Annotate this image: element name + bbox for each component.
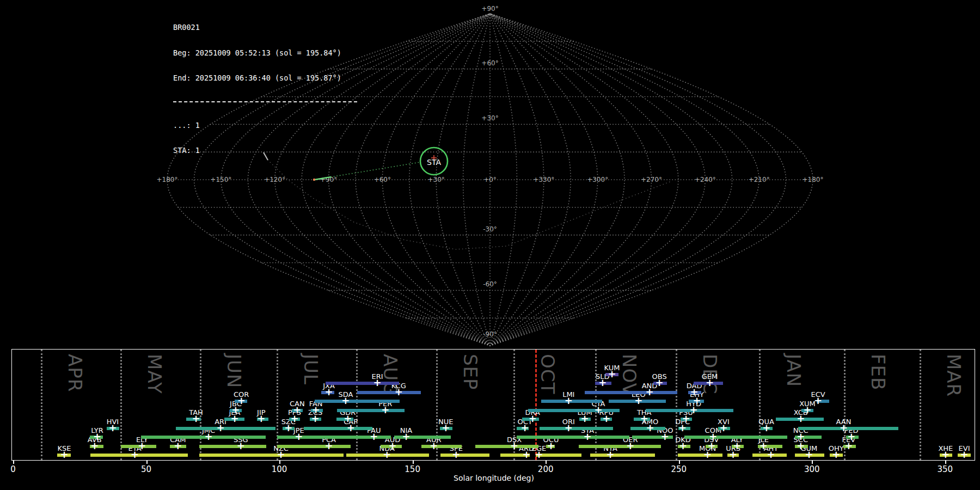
axis-tick-label: 350 xyxy=(938,464,953,474)
sky-map: +180°+150°+120°+90°+60°+30°+0°+330°+300°… xyxy=(0,0,980,348)
shower-peak-marker: + xyxy=(640,415,648,422)
shower-peak-marker: + xyxy=(529,415,537,422)
shower-peak-marker: + xyxy=(797,433,805,440)
month-label: JAN xyxy=(783,354,805,387)
shower-peak-marker: + xyxy=(840,424,848,432)
shower-peak-marker: + xyxy=(237,442,245,450)
latitude-label: -30° xyxy=(483,225,497,233)
shower-peak-marker: + xyxy=(583,433,591,440)
x-axis-title: Solar longitude (deg) xyxy=(454,474,534,482)
longitude-label: +30° xyxy=(428,176,445,183)
shower-bar xyxy=(678,454,722,457)
shower-peak-marker: + xyxy=(370,433,378,440)
shower-peak-marker: + xyxy=(762,424,770,432)
shower-peak-marker: + xyxy=(295,433,303,440)
shower-bar xyxy=(540,427,613,430)
shower-peak-marker: + xyxy=(131,451,139,458)
shower-peak-marker: + xyxy=(803,406,811,414)
longitude-label: +60° xyxy=(374,176,391,183)
shower-bar xyxy=(585,391,677,394)
sporadic-trail-dotted xyxy=(268,160,670,249)
axis-tick-label: 150 xyxy=(405,464,420,474)
end-time-line: End: 20251009 06:36:40 (sol = 195.87°) xyxy=(173,74,357,83)
shower-peak-marker: + xyxy=(174,442,182,450)
shower-peak-marker: + xyxy=(293,406,301,414)
longitude-label: +210° xyxy=(749,176,770,183)
shower-peak-marker: + xyxy=(797,442,805,450)
longitude-label: +240° xyxy=(695,176,716,183)
shower-bar xyxy=(304,427,372,430)
shower-peak-marker: + xyxy=(960,451,969,458)
axis-tick xyxy=(146,461,148,464)
longitude-label: +300° xyxy=(587,176,608,183)
shower-peak-marker: + xyxy=(941,451,950,458)
shower-peak-marker: + xyxy=(767,451,775,458)
month-label: FEB xyxy=(867,354,889,390)
shower-peak-marker: + xyxy=(706,379,714,387)
axis-tick xyxy=(413,461,414,464)
shower-bar xyxy=(176,427,275,430)
shower-peak-marker: + xyxy=(311,415,320,422)
shower-bar xyxy=(90,454,188,457)
shower-peak-marker: + xyxy=(646,424,654,432)
axis-tick xyxy=(812,461,813,464)
current-sol-line xyxy=(535,350,537,460)
shower-peak-marker: + xyxy=(108,424,117,432)
shower-peak-marker: + xyxy=(678,424,687,432)
shower-activity-timeline: APRMAYJUNJULAUGSEPOCTNOVDECJANFEBMARKSE+… xyxy=(11,349,975,461)
shower-peak-marker: + xyxy=(626,442,634,450)
shower-peak-marker: + xyxy=(535,451,543,458)
shower-peak-marker: + xyxy=(679,442,687,450)
shower-peak-marker: + xyxy=(231,406,240,414)
month-label: JUN xyxy=(223,354,245,388)
axis-tick-label: 100 xyxy=(272,464,287,474)
shower-peak-marker: + xyxy=(602,415,610,422)
longitude-label: +270° xyxy=(641,176,662,183)
month-label: OCT xyxy=(537,354,559,394)
month-boundary-line xyxy=(676,350,677,460)
axis-tick-label: 50 xyxy=(141,464,151,474)
shower-peak-marker: + xyxy=(719,424,727,432)
shower-peak-marker: + xyxy=(661,433,669,440)
shower-peak-marker: + xyxy=(347,424,355,432)
shower-peak-marker: + xyxy=(138,442,146,450)
shower-bar xyxy=(326,382,399,385)
shower-peak-marker: + xyxy=(341,397,350,405)
begin-time-line: Beg: 20251009 05:52:13 (sol = 195.84°) xyxy=(173,49,357,58)
shower-peak-marker: + xyxy=(402,433,410,440)
shower-peak-marker: + xyxy=(284,424,292,432)
shower-bar xyxy=(421,445,462,448)
shower-peak-marker: + xyxy=(847,433,855,440)
shower-peak-marker: + xyxy=(581,415,589,422)
latitude-label: -90° xyxy=(483,330,497,338)
shower-peak-marker: + xyxy=(312,406,320,414)
shower-peak-marker: + xyxy=(733,442,741,450)
shower-bar xyxy=(517,436,629,439)
longitude-label: +180° xyxy=(157,176,178,183)
month-label: MAY xyxy=(144,354,166,394)
shower-peak-marker: + xyxy=(388,442,396,450)
shower-peak-marker: + xyxy=(452,451,460,458)
shower-peak-marker: + xyxy=(634,397,642,405)
shower-peak-marker: + xyxy=(521,424,529,432)
shower-bar xyxy=(341,436,391,439)
radiant-label: STA xyxy=(427,158,441,167)
axis-tick-label: 0 xyxy=(10,464,16,474)
shower-peak-marker: + xyxy=(230,415,238,422)
axis-tick xyxy=(13,461,14,464)
month-boundary-line xyxy=(120,350,122,460)
shower-peak-marker: + xyxy=(565,424,573,432)
month-label: MAR xyxy=(943,354,965,397)
shower-bar xyxy=(277,445,351,448)
shower-peak-marker: + xyxy=(656,379,664,387)
shower-peak-marker: + xyxy=(290,415,298,422)
separator-line xyxy=(173,101,357,102)
shower-bar xyxy=(199,445,266,448)
shower-bar xyxy=(337,409,405,412)
shower-bar xyxy=(315,400,400,403)
shower-bar xyxy=(798,427,898,430)
shower-bar xyxy=(475,445,538,448)
latitude-label: +90° xyxy=(481,5,498,13)
shower-peak-marker: + xyxy=(257,415,265,422)
shower-peak-marker: + xyxy=(204,433,212,440)
